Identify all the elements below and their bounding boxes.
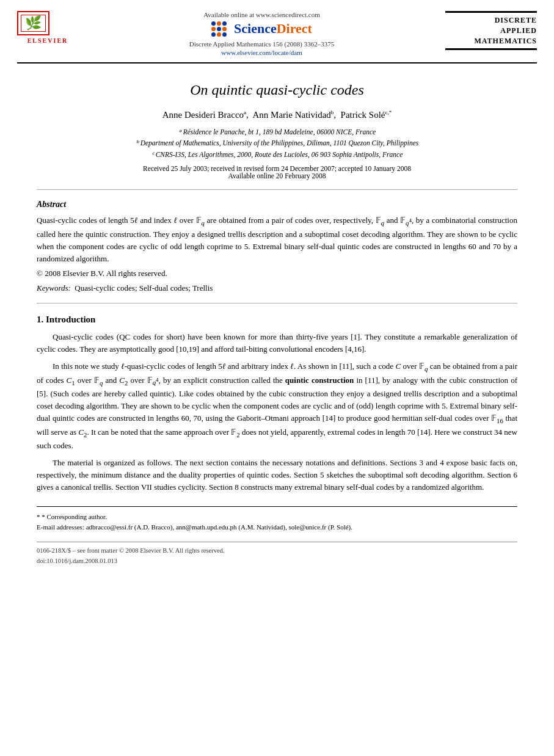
sciencedirect-logo: ScienceDirect [90, 21, 433, 37]
section-1-para-1: Quasi-cyclic codes (QC codes for short) … [37, 331, 517, 355]
journal-citation: Discrete Applied Mathematics 156 (2008) … [90, 40, 433, 48]
header: 🌿 ELSEVIER Available online at www.scien… [0, 0, 554, 62]
dam-box: DISCRETE APPLIED MATHEMATICS [445, 11, 537, 50]
sd-dot-5 [217, 27, 221, 31]
article-title-section: On quintic quasi-cyclic codes [0, 64, 554, 109]
section-1-para-2: In this note we study ℓ-quasi-cyclic cod… [37, 360, 517, 452]
sd-dot-2 [217, 21, 221, 26]
affiliations: ᵃ Résidence le Panache, bt 1, 189 bd Mad… [37, 126, 517, 160]
keywords-line: Keywords: Quasi-cyclic codes; Self-dual … [37, 283, 517, 293]
abstract-divider-bottom [37, 303, 517, 303]
sd-dot-7 [211, 32, 216, 37]
corresponding-author-text: * Corresponding author. [42, 513, 107, 520]
sd-dot-8 [217, 32, 221, 37]
sd-dot-3 [222, 21, 227, 26]
copyright-text: © 2008 Elsevier B.V. All rights reserved… [37, 269, 517, 278]
sd-dot-4 [211, 27, 216, 31]
sciencedirect-wordmark: ScienceDirect [234, 21, 312, 37]
corresponding-author-note: * * Corresponding author. [37, 512, 517, 523]
affil-a: ᵃ Résidence le Panache, bt 1, 189 bd Mad… [37, 126, 517, 137]
section-1-para-3: The material is organized as follows. Th… [37, 457, 517, 493]
section-1-heading: 1. Introduction [37, 314, 517, 325]
abstract-body: Quasi-cyclic codes of length 5ℓ and inde… [37, 214, 517, 265]
sd-dot-6 [222, 27, 227, 31]
affil-b: ᵇ Department of Mathematics, University … [37, 137, 517, 148]
abstract-divider-top [37, 189, 517, 190]
footer-note: * * Corresponding author. E-mail address… [37, 506, 517, 533]
author-c: Patrick Solé [341, 110, 385, 120]
dam-title: DISCRETE APPLIED MATHEMATICS [445, 15, 537, 46]
main-content: Anne Desideri Braccoa, Ann Marie Nativid… [0, 109, 554, 566]
dam-logo-box: DISCRETE APPLIED MATHEMATICS [445, 11, 537, 50]
abstract-heading: Abstract [37, 200, 517, 209]
received-text: Received 25 July 2003; received in revis… [37, 165, 517, 172]
authors-line: Anne Desideri Braccoa, Ann Marie Nativid… [37, 109, 517, 120]
sd-dots-icon [211, 21, 227, 37]
author-b: Ann Marie Natividad [253, 110, 331, 120]
asterisk-symbol: * [37, 513, 40, 520]
journal-link[interactable]: www.elsevier.com/locate/dam [221, 49, 302, 56]
elsevier-logo: 🌿 ELSEVIER [17, 11, 78, 44]
sd-dot-9 [222, 32, 227, 37]
abstract-section: Abstract Quasi-cyclic codes of length 5ℓ… [37, 200, 517, 293]
sd-dot-1 [211, 21, 216, 26]
elsevier-tree-icon: 🌿 [25, 16, 42, 30]
bottom-bar: 0166-218X/$ – see front matter © 2008 El… [37, 542, 517, 567]
affil-c: ᶜ CNRS-I3S, Les Algorithmes, 2000, Route… [37, 149, 517, 160]
page: 🌿 ELSEVIER Available online at www.scien… [0, 0, 554, 756]
keywords-values: Quasi-cyclic codes; Self-dual codes; Tre… [75, 283, 213, 293]
available-online-text: Available online at www.sciencedirect.co… [90, 11, 433, 18]
issn-line: 0166-218X/$ – see front matter © 2008 El… [37, 546, 517, 556]
doi-line: doi:10.1016/j.dam.2008.01.013 [37, 556, 517, 567]
received-dates: Received 25 July 2003; received in revis… [37, 165, 517, 180]
header-center: Available online at www.sciencedirect.co… [78, 11, 445, 57]
article-title: On quintic quasi-cyclic codes [24, 82, 530, 98]
elsevier-wordmark: ELSEVIER [17, 37, 78, 44]
email-note: E-mail addresses: adbracco@essi.fr (A.D.… [37, 522, 517, 533]
available-online: Available online 20 February 2008 [37, 172, 517, 180]
author-a: Anne Desideri Bracco [162, 110, 244, 120]
keywords-label: Keywords: [37, 283, 71, 293]
